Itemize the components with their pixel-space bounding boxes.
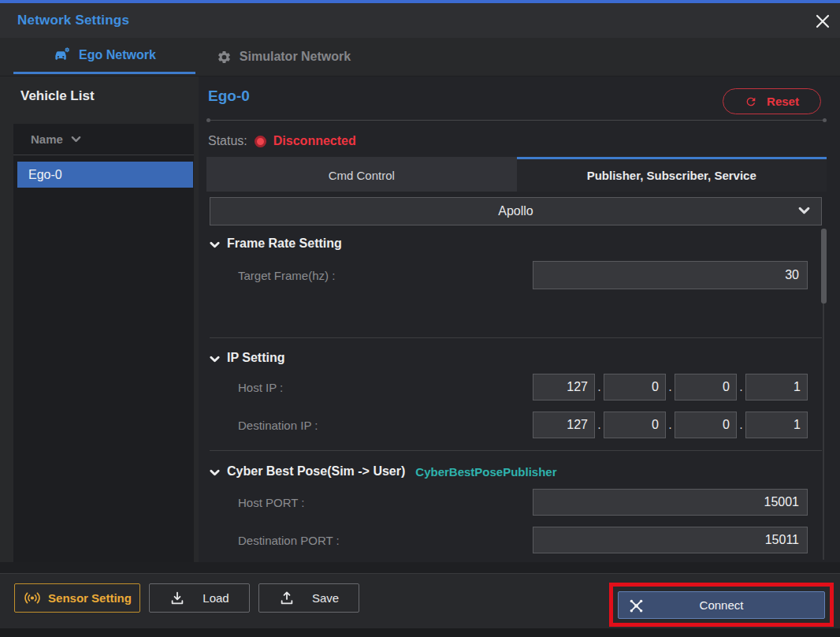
chevron-down-icon — [210, 469, 220, 476]
host-port-label: Host PORT : — [238, 496, 533, 509]
connect-button[interactable]: Connect — [618, 591, 825, 619]
save-label: Save — [312, 591, 339, 605]
refresh-icon — [745, 95, 757, 108]
host-ip-octet-1[interactable] — [533, 374, 595, 400]
tab-publisher-subscriber-service[interactable]: Publisher, Subscriber, Service — [517, 157, 827, 192]
chevron-down-icon — [210, 356, 220, 363]
destination-ip-label: Destination IP : — [238, 419, 533, 432]
titlebar: Network Settings — [0, 3, 840, 38]
section-title: Cyber Best Pose(Sim -> User) — [227, 464, 405, 479]
tab-simulator-network[interactable]: Simulator Network — [201, 38, 366, 76]
destination-ip-octet-4[interactable] — [745, 412, 808, 438]
destination-port-input[interactable] — [533, 527, 808, 553]
destination-port-row: Destination PORT : — [210, 527, 822, 553]
load-label: Load — [203, 591, 229, 605]
dialog-body: Vehicle List Name Ego-0 Ego-0 — [0, 76, 840, 562]
upload-icon — [279, 590, 295, 606]
vehicle-row-ego-0[interactable]: Ego-0 — [17, 162, 193, 188]
ip-separator: . — [737, 418, 745, 432]
section-frame-rate-setting[interactable]: Frame Rate Setting — [210, 237, 822, 251]
footer-gap — [0, 562, 840, 573]
ip-separator: . — [737, 380, 745, 394]
host-ip-octet-4[interactable] — [745, 374, 808, 400]
target-frame-input[interactable] — [533, 261, 808, 289]
destination-ip-octet-1[interactable] — [533, 412, 595, 438]
tab-simulator-network-label: Simulator Network — [240, 50, 351, 64]
host-port-input[interactable] — [533, 489, 808, 516]
publisher-type-label: CyberBestPosePublisher — [415, 465, 556, 479]
status-row: Status: Disconnected — [208, 125, 356, 157]
target-frame-label: Target Frame(hz) : — [238, 269, 533, 282]
chevron-down-icon — [210, 241, 220, 248]
control-subtabs: Cmd Control Publisher, Subscriber, Servi… — [206, 157, 827, 192]
header-divider — [208, 120, 825, 121]
reset-label: Reset — [767, 95, 799, 108]
ip-separator: . — [595, 380, 604, 394]
name-column-label: Name — [31, 132, 63, 146]
sensor-setting-button[interactable]: Sensor Setting — [14, 583, 140, 613]
scrollbar-thumb[interactable] — [821, 229, 827, 304]
section-title: Frame Rate Setting — [227, 237, 342, 251]
sensor-setting-label: Sensor Setting — [48, 591, 132, 605]
host-ip-label: Host IP : — [238, 381, 533, 394]
save-button[interactable]: Save — [258, 583, 359, 613]
tab-ego-network[interactable]: Ego Network — [13, 38, 195, 74]
status-dot-icon — [255, 136, 266, 147]
network-content: Ego-0 Reset Status: Disconnected Cmd Con… — [199, 76, 840, 562]
destination-ip-octet-2[interactable] — [604, 412, 666, 438]
ip-separator: . — [666, 418, 675, 432]
selected-vehicle-title: Ego-0 — [208, 88, 250, 105]
destination-port-label: Destination PORT : — [238, 534, 533, 547]
annotation-highlight-rect: Connect — [609, 583, 834, 627]
connect-label: Connect — [700, 598, 744, 612]
vehicle-list-panel: Name Ego-0 — [13, 124, 194, 562]
vehicle-list-name-header[interactable]: Name — [13, 124, 194, 155]
network-connect-icon — [628, 598, 645, 614]
section-ip-setting[interactable]: IP Setting — [210, 351, 822, 365]
host-port-row: Host PORT : — [210, 489, 822, 516]
gear-icon — [217, 50, 232, 65]
close-icon — [815, 13, 831, 29]
tab-cmd-control[interactable]: Cmd Control — [206, 157, 517, 192]
host-ip-octet-2[interactable] — [604, 374, 666, 400]
scrollbar-track — [823, 304, 824, 560]
protocol-dropdown[interactable]: Apollo — [210, 197, 822, 225]
section-title: IP Setting — [227, 351, 285, 365]
status-label: Status: — [208, 134, 247, 148]
reset-button[interactable]: Reset — [723, 88, 821, 114]
destination-ip-octet-3[interactable] — [675, 412, 737, 438]
network-settings-dialog: Network Settings Ego Network Simulator — [0, 0, 840, 637]
host-ip-row: Host IP : . . . — [210, 374, 822, 400]
section-cyber-best-pose[interactable]: Cyber Best Pose(Sim -> User) CyberBestPo… — [210, 464, 822, 479]
window-title: Network Settings — [17, 13, 129, 28]
chevron-down-icon — [71, 136, 81, 143]
destination-ip-row: Destination IP : . . . — [210, 412, 822, 438]
tab-publisher-subscriber-service-label: Publisher, Subscriber, Service — [587, 169, 756, 182]
download-icon — [169, 590, 185, 606]
vertical-scrollbar[interactable] — [821, 192, 827, 560]
chevron-down-icon — [798, 207, 810, 214]
signal-icon — [23, 591, 42, 605]
protocol-dropdown-value: Apollo — [498, 204, 533, 218]
load-button[interactable]: Load — [149, 583, 250, 613]
host-ip-inputs: . . . — [533, 374, 808, 400]
window-tabstrip: Ego Network Simulator Network — [0, 38, 840, 76]
ip-separator: . — [666, 380, 675, 394]
tab-ego-network-label: Ego Network — [79, 48, 156, 62]
close-button[interactable] — [813, 12, 832, 31]
vehicle-row-label: Ego-0 — [28, 168, 62, 182]
target-frame-row: Target Frame(hz) : — [210, 261, 822, 289]
status-value: Disconnected — [273, 134, 356, 148]
vehicle-sidebar: Vehicle List Name Ego-0 — [0, 76, 199, 562]
bottom-edge-strip — [0, 628, 840, 637]
vehicle-list-title: Vehicle List — [20, 88, 95, 104]
ip-separator: . — [595, 418, 604, 432]
destination-ip-inputs: . . . — [533, 412, 808, 438]
section-divider — [210, 337, 822, 338]
car-icon — [53, 46, 71, 64]
section-divider — [210, 450, 822, 451]
host-ip-octet-3[interactable] — [675, 374, 737, 400]
tab-cmd-control-label: Cmd Control — [329, 169, 395, 182]
settings-scroll-area: Apollo Frame Rate Setting Target Frame(h… — [210, 192, 822, 562]
